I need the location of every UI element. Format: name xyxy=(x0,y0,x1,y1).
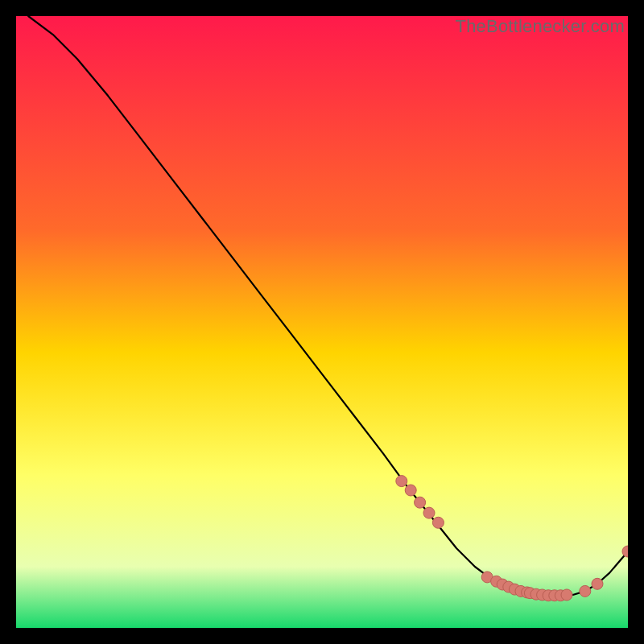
bottleneck-chart xyxy=(16,16,628,628)
data-marker xyxy=(580,585,591,597)
data-marker xyxy=(415,497,426,508)
data-marker xyxy=(432,517,444,528)
chart-frame: TheBottlenecker.com xyxy=(16,16,628,628)
data-marker xyxy=(561,589,572,601)
watermark-text: TheBottlenecker.com xyxy=(456,16,625,37)
gradient-background xyxy=(16,16,628,628)
data-marker xyxy=(396,476,407,487)
data-marker xyxy=(592,578,603,589)
data-marker xyxy=(405,485,416,496)
data-marker xyxy=(423,507,435,518)
